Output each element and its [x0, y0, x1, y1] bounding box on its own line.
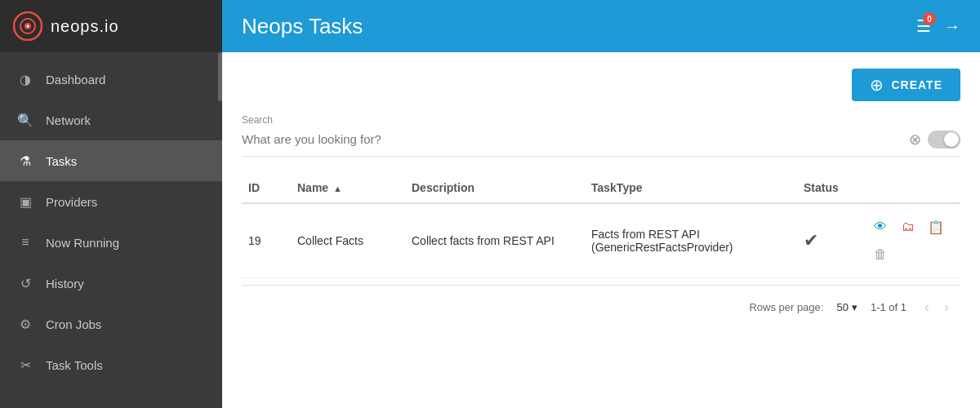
cell-name: Collect Facts	[291, 203, 405, 278]
providers-icon: ▣	[16, 193, 34, 211]
view-action-icon[interactable]: 👁	[869, 215, 892, 238]
sidebar-item-cron-jobs[interactable]: ⚙ Cron Jobs	[0, 304, 222, 344]
logo: neops.io	[0, 0, 222, 52]
sidebar-item-label: Task Tools	[46, 358, 103, 372]
sidebar-item-tasks[interactable]: ⚗ Tasks	[0, 140, 222, 181]
cell-id: 19	[242, 203, 291, 278]
tasks-icon: ⚗	[16, 152, 34, 170]
logo-icon	[13, 11, 42, 41]
sidebar-item-label: Tasks	[46, 154, 77, 168]
content-area: ⊕ CREATE Search ⊗ ID	[222, 52, 980, 408]
col-header-tasktype: TaskType	[585, 173, 797, 203]
history-icon: ↺	[16, 274, 34, 292]
tasks-table: ID Name ▲ Description TaskType Status 19…	[242, 173, 960, 321]
sidebar: neops.io ◑ Dashboard 🔍 Network ⚗ Tasks ▣…	[0, 0, 222, 408]
trash-action-icon[interactable]: 🗑	[869, 243, 892, 266]
create-label: CREATE	[891, 78, 942, 91]
logo-text: neops.io	[51, 17, 119, 36]
search-toggle[interactable]	[928, 131, 960, 149]
status-check-icon: ✔	[804, 230, 818, 251]
rows-per-page-select[interactable]: 50 ▾	[836, 301, 857, 313]
sidebar-item-label: Now Running	[46, 236, 119, 250]
search-row: ⊗	[242, 129, 960, 149]
cron-icon: ⚙	[16, 315, 34, 333]
sidebar-item-providers[interactable]: ▣ Providers	[0, 181, 222, 222]
plus-icon: ⊕	[870, 77, 884, 93]
cell-tasktype: Facts from REST API (GenericRestFactsPro…	[585, 203, 797, 278]
page-navigation: ‹ ›	[920, 297, 954, 317]
network-icon: 🔍	[16, 111, 34, 129]
sidebar-item-history[interactable]: ↺ History	[0, 263, 222, 304]
sidebar-item-now-running[interactable]: ≡ Now Running	[0, 222, 222, 263]
cell-status: ✔	[797, 203, 862, 278]
topbar-actions: ☰ 0 →	[916, 16, 960, 36]
col-header-name[interactable]: Name ▲	[291, 173, 405, 203]
dashboard-icon: ◑	[16, 70, 34, 88]
notification-badge: 0	[923, 12, 936, 25]
sidebar-nav: ◑ Dashboard 🔍 Network ⚗ Tasks ▣ Provider…	[0, 52, 222, 385]
logout-icon: →	[944, 17, 960, 35]
page-info: 1-1 of 1	[871, 301, 906, 313]
sidebar-item-dashboard[interactable]: ◑ Dashboard	[0, 59, 222, 100]
table-header-row: ID Name ▲ Description TaskType Status	[242, 173, 960, 203]
sidebar-item-task-tools[interactable]: ✂ Task Tools	[0, 344, 222, 385]
page-title: Neops Tasks	[242, 14, 363, 39]
running-icon: ≡	[16, 233, 34, 251]
logout-button[interactable]: →	[944, 17, 960, 36]
pagination: Rows per page: 50 ▾ 1-1 of 1 ‹ ›	[242, 285, 960, 321]
search-label: Search	[242, 114, 960, 126]
sidebar-item-network[interactable]: 🔍 Network	[0, 100, 222, 140]
sidebar-item-label: Network	[46, 113, 91, 127]
col-header-description: Description	[405, 173, 585, 203]
table-row: 19 Collect Facts Collect facts from REST…	[242, 203, 960, 278]
sidebar-scrollbar[interactable]	[218, 52, 222, 101]
notifications-button[interactable]: ☰ 0	[916, 16, 931, 36]
rows-dropdown-icon: ▾	[852, 301, 858, 313]
main-content: Neops Tasks ☰ 0 → ⊕ CREATE Search ⊗	[222, 0, 980, 408]
prev-page-button[interactable]: ‹	[920, 297, 934, 317]
search-section: Search ⊗	[242, 114, 960, 157]
topbar: Neops Tasks ☰ 0 →	[222, 0, 980, 52]
next-page-button[interactable]: ›	[939, 297, 954, 317]
search-input[interactable]	[242, 129, 909, 149]
rows-per-page-label: Rows per page:	[749, 301, 823, 313]
sidebar-item-label: Providers	[46, 195, 97, 209]
col-header-status: Status	[797, 173, 862, 203]
sort-arrow-icon: ▲	[333, 184, 342, 193]
sidebar-item-label: Cron Jobs	[46, 317, 101, 331]
col-header-actions	[862, 173, 960, 203]
sidebar-item-label: Dashboard	[46, 73, 105, 86]
rows-per-page-value: 50	[836, 301, 848, 313]
toggle-knob	[944, 132, 959, 147]
svg-point-3	[27, 25, 29, 28]
create-button[interactable]: ⊕ CREATE	[852, 69, 960, 101]
sidebar-item-label: History	[46, 277, 84, 290]
search-clear-icon[interactable]: ⊗	[909, 131, 921, 149]
delete-action-icon[interactable]: 🗂	[897, 215, 920, 238]
toolbar: ⊕ CREATE	[242, 69, 960, 101]
col-header-id: ID	[242, 173, 291, 203]
cell-actions: 👁 🗂 📋 🗑	[862, 203, 960, 278]
cell-description: Collect facts from REST API	[405, 203, 585, 278]
tools-icon: ✂	[16, 356, 34, 374]
archive-action-icon[interactable]: 📋	[924, 215, 947, 238]
